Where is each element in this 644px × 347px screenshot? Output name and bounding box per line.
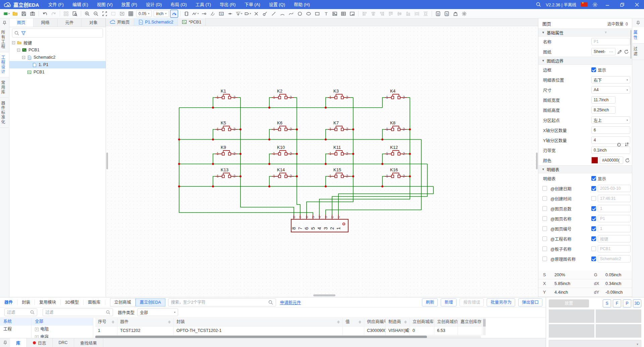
- column-header-封装[interactable]: 封装: [174, 318, 343, 327]
- column-header-制造商[interactable]: 制造商: [386, 318, 410, 327]
- section-header[interactable]: ▼基础属性: [538, 28, 632, 37]
- place-frame-button[interactable]: [348, 10, 356, 18]
- zoom-out-button[interactable]: [92, 10, 100, 18]
- schematic-switch-K5[interactable]: K512: [215, 120, 237, 131]
- section-header[interactable]: ▼明细表: [538, 165, 632, 173]
- filter-icon[interactable]: [21, 31, 26, 36]
- preview-cell[interactable]: [549, 324, 594, 338]
- wires[interactable]: [178, 98, 433, 215]
- attr-value-@图页编号[interactable]: [598, 225, 631, 232]
- checkbox-明细表[interactable]: [591, 176, 596, 181]
- menu-item[interactable]: 文件 (F): [44, 0, 68, 9]
- attr-lead-checkbox[interactable]: [542, 246, 547, 251]
- dock-tab-查找结果[interactable]: 查找结果: [74, 338, 103, 347]
- category-filter-1[interactable]: [4, 308, 37, 316]
- sidebar-tab-网络[interactable]: 网络: [34, 18, 58, 27]
- column-header-立创商城价格[interactable]: 立创商城价格: [434, 318, 458, 327]
- place-table-button[interactable]: [339, 10, 347, 18]
- category-item-电阻[interactable]: +电阻: [32, 326, 93, 333]
- array-button[interactable]: [62, 10, 70, 18]
- schematic-switch-K11[interactable]: K1112: [328, 145, 350, 156]
- place-netport-button[interactable]: ▾: [244, 10, 252, 18]
- schematic-switch-K15[interactable]: K1512: [328, 167, 350, 178]
- place-bus-button[interactable]: [209, 10, 217, 18]
- property-input-图纸高度[interactable]: [591, 106, 615, 114]
- column-header-值[interactable]: 值: [343, 318, 364, 327]
- menu-item[interactable]: 视图 (V): [93, 0, 117, 9]
- attr-show-checkbox[interactable]: [591, 216, 596, 221]
- grid-settings-button[interactable]: [127, 10, 135, 18]
- source-toggle-立创商城[interactable]: 立创商城: [110, 298, 136, 306]
- property-select-尺寸[interactable]: A4▾: [591, 86, 630, 94]
- sort-icon[interactable]: [482, 321, 482, 324]
- sidebar-search-input[interactable]: [28, 31, 101, 36]
- minimize-button[interactable]: [602, 0, 612, 9]
- schematic-switch-K14[interactable]: K1412: [272, 167, 294, 178]
- place-image-button[interactable]: [331, 10, 339, 18]
- restore-button[interactable]: [617, 0, 627, 9]
- library-tab-面板库[interactable]: 面板库: [84, 300, 105, 305]
- align-left-button[interactable]: [361, 10, 369, 18]
- category-filter-1-input[interactable]: [7, 310, 30, 315]
- tree-item-PCB1[interactable]: PCB1: [9, 68, 106, 76]
- canvas-vscroll-right[interactable]: [536, 153, 538, 169]
- place-pin-button[interactable]: [200, 10, 208, 18]
- settings-icon[interactable]: [592, 2, 598, 7]
- color-swatch[interactable]: [591, 157, 598, 164]
- schematic-switch-K13[interactable]: K1312: [215, 167, 237, 178]
- tree-item-Schematic2[interactable]: −Schematic2: [9, 54, 106, 61]
- column-header-器件[interactable]: 器件: [117, 318, 174, 327]
- zoom-selection-button[interactable]: [109, 10, 117, 18]
- netlist-button[interactable]: N: [443, 10, 451, 18]
- schematic-switch-K4[interactable]: K412: [385, 89, 407, 99]
- menu-item[interactable]: 布局 (O): [166, 0, 191, 9]
- attr-show-checkbox[interactable]: [591, 226, 596, 231]
- right-rail-tab[interactable]: 属性: [632, 27, 644, 44]
- align-right-button[interactable]: [378, 10, 386, 18]
- menu-item[interactable]: 编辑 (E): [68, 0, 93, 9]
- schematic-switch-K10[interactable]: K1012: [272, 145, 294, 156]
- place-junction-button[interactable]: [226, 10, 234, 18]
- property-input-名称[interactable]: [591, 38, 630, 45]
- menu-item[interactable]: 下单 (A): [240, 0, 265, 9]
- sidebar-tab-元件[interactable]: 元件: [58, 18, 82, 27]
- action-button-新增[interactable]: 新增: [441, 298, 457, 306]
- left-rail-tab[interactable]: 工程设计: [0, 52, 9, 77]
- zoom-region-button[interactable]: [118, 10, 126, 18]
- zoom-fit-button[interactable]: [101, 10, 109, 18]
- library-search-input[interactable]: [171, 300, 268, 305]
- action-button-报告错误[interactable]: 报告错误: [460, 298, 484, 306]
- zoom-in-button[interactable]: [83, 10, 91, 18]
- color-value-input[interactable]: [600, 157, 623, 164]
- attr-show-checkbox[interactable]: [591, 196, 596, 201]
- menu-item[interactable]: 设置 (Q): [265, 0, 289, 9]
- tree-item-1. P1[interactable]: 1. P1: [9, 61, 106, 68]
- close-button[interactable]: [632, 0, 642, 9]
- table-row[interactable]: 1TCST1202OPTO-TH_TCST1202-1C3000900VISHA…: [95, 327, 482, 335]
- dropdown-caret-icon[interactable]: ▾: [197, 12, 199, 15]
- column-header-嘉立创库存[interactable]: 嘉立创库存: [458, 318, 482, 327]
- attr-value-@工程名称[interactable]: [598, 235, 631, 242]
- distribute-h-button[interactable]: [413, 10, 421, 18]
- attr-value-@原理图名称[interactable]: [598, 255, 631, 263]
- attr-show-checkbox[interactable]: [591, 186, 596, 191]
- expand-icon[interactable]: +: [35, 335, 39, 338]
- redo-button[interactable]: [50, 10, 58, 18]
- schematic-switch-K8[interactable]: K812: [385, 120, 407, 131]
- attr-lead-checkbox[interactable]: [542, 236, 547, 241]
- bom-button[interactable]: B: [434, 10, 442, 18]
- attr-lead-checkbox[interactable]: [542, 196, 547, 201]
- category-item-工程[interactable]: 工程: [0, 326, 31, 333]
- place-button[interactable]: 放置: [549, 299, 589, 307]
- property-input-X轴分区数量[interactable]: [591, 126, 630, 134]
- schematic-switch-K16[interactable]: K1612: [385, 167, 407, 178]
- draw-line-button[interactable]: [270, 10, 278, 18]
- menu-item[interactable]: 帮助 (H): [289, 0, 314, 9]
- place-probe-button[interactable]: [261, 10, 269, 18]
- align-bottom-button[interactable]: [404, 10, 412, 18]
- doc-tab-开始页[interactable]: 开始页: [106, 18, 134, 26]
- canvas-hscroll[interactable]: [313, 294, 335, 296]
- dock-tab-日志[interactable]: 日志: [27, 338, 53, 347]
- tree-item-PCB1[interactable]: −PCB1: [9, 46, 106, 54]
- wire-mode-button[interactable]: [170, 10, 178, 18]
